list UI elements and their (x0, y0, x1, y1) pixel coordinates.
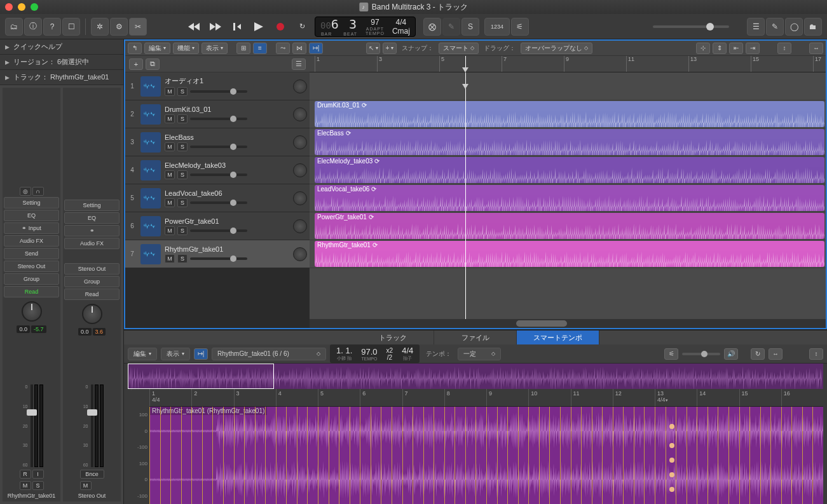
vzoom-slider-icon[interactable]: ↕ (809, 348, 823, 360)
lcd-display[interactable]: 006 3 BARBEAT 97 ADAPT TEMPO 4/4 Cmaj (315, 17, 416, 37)
track-pan-knob[interactable] (293, 79, 307, 93)
track-icon[interactable] (140, 160, 161, 180)
toolbar-button[interactable]: ☐ (62, 18, 80, 36)
automation-icon[interactable]: ⤳ (276, 43, 290, 54)
mixer-button[interactable]: ⚙ (110, 18, 128, 36)
record-enable-button[interactable]: R (20, 470, 31, 479)
fullscreen-window-icon[interactable] (31, 3, 38, 11)
hzoom-out-icon[interactable]: ⇤ (729, 43, 743, 54)
tab-track[interactable]: トラック (352, 330, 434, 344)
tab-smart-tempo[interactable]: スマートテンポ (517, 330, 599, 344)
mute-button[interactable]: M (80, 481, 92, 490)
duplicate-track-button[interactable]: ⧉ (146, 58, 160, 70)
automation-slot[interactable]: Read (64, 289, 120, 300)
track-volume-slider[interactable] (190, 146, 247, 148)
list-editors-button[interactable]: ☰ (747, 18, 765, 36)
add-track-button[interactable]: + (129, 58, 143, 70)
editor-view-menu[interactable]: 表示▾ (161, 348, 190, 360)
track-volume-slider[interactable] (190, 201, 247, 204)
solo-button[interactable]: S (177, 87, 188, 96)
playhead[interactable] (465, 56, 466, 72)
global-tracks-button[interactable]: ☰ (292, 58, 306, 70)
solo-button[interactable]: S (461, 18, 479, 36)
region-lane[interactable]: DrumKit.03_01 ⟳ (310, 100, 826, 128)
region-lane[interactable]: LeadVocal_take06 ⟳ (310, 184, 826, 212)
mute-button[interactable]: M (165, 198, 175, 207)
audiofx-slot[interactable]: Audio FX (64, 238, 120, 249)
setting-slot[interactable]: Setting (4, 197, 59, 208)
eq-slot[interactable]: EQ (64, 212, 120, 224)
quickhelp-button[interactable]: ? (43, 18, 61, 36)
editor-file-select[interactable]: RhythmGtr_take01 (6 / 6)◇ (212, 348, 326, 360)
view-menu[interactable]: 表示▾ (202, 43, 228, 54)
region-inspector-header[interactable]: ▶リージョン： 6個選択中 (0, 55, 123, 70)
waveform-zoom-icon[interactable]: ⊹ (696, 43, 710, 54)
replace-button[interactable]: ⨂ (423, 18, 441, 36)
overview-selection[interactable] (128, 364, 274, 389)
track-icon[interactable] (140, 132, 161, 153)
list-icon[interactable]: ≡ (253, 43, 267, 54)
mute-button[interactable]: M (165, 87, 175, 96)
back-icon[interactable]: ↰ (128, 43, 142, 54)
countin-button[interactable]: 1234 (484, 18, 510, 36)
mute-button[interactable]: M (165, 114, 175, 123)
catch-icon[interactable]: ↦| (309, 43, 323, 54)
editor-lcd[interactable]: 1. 1.小節 拍 97.0TEMPO x2/2 4/4拍子 (330, 344, 420, 363)
region-lane[interactable]: ElecBass ⟳ (310, 128, 826, 156)
output-slot[interactable]: Stereo Out (64, 263, 120, 275)
track-pan-knob[interactable] (293, 191, 307, 205)
track-icon[interactable] (140, 216, 161, 236)
edit-menu[interactable]: 編集▾ (144, 43, 170, 54)
rewind-button[interactable] (184, 18, 204, 36)
input-slot[interactable]: ⚭ Input (4, 222, 59, 234)
solo-button[interactable]: S (177, 198, 188, 207)
track-pan-knob[interactable] (293, 107, 307, 121)
library-button[interactable]: 🗂 (5, 18, 23, 36)
h-scrollbar[interactable] (310, 319, 826, 328)
solo-button[interactable]: S (32, 481, 44, 490)
mute-button[interactable]: M (20, 481, 31, 490)
play-button[interactable] (249, 18, 269, 36)
notepad-button[interactable]: ✎ (766, 18, 784, 36)
grid-icon[interactable]: ⊞ (236, 43, 250, 54)
eq-slot[interactable]: EQ (4, 210, 59, 221)
record-button[interactable] (270, 18, 290, 36)
track-inspector-header[interactable]: ▶トラック： RhythmGtr_take01 (0, 70, 123, 85)
automation-slot[interactable]: Read (4, 286, 59, 297)
group-slot[interactable]: Group (4, 273, 59, 285)
track-pan-knob[interactable] (293, 135, 307, 149)
mute-button[interactable]: M (165, 226, 175, 235)
pointer-tool-icon[interactable]: ↖▾ (366, 43, 380, 54)
input-button[interactable]: I (32, 470, 44, 479)
track-header[interactable]: 4 ElecMelody_take03 M S (125, 156, 310, 184)
solo-button[interactable]: S (177, 142, 188, 151)
region-lane-area[interactable]: DrumKit.03_01 ⟳ ElecBass ⟳ ElecMelody_ta… (310, 72, 826, 319)
track-pan-knob[interactable] (293, 219, 307, 233)
group-slot[interactable]: Group (64, 276, 120, 287)
audio-region[interactable]: LeadVocal_take06 ⟳ (315, 185, 824, 211)
track-icon[interactable] (140, 244, 161, 264)
volume-fader[interactable] (31, 385, 33, 467)
audio-region[interactable]: ElecBass ⟳ (315, 129, 824, 155)
quick-help-header[interactable]: ▶クイックヘルプ (0, 39, 123, 55)
track-header[interactable]: 5 LeadVocal_take06 M S (125, 184, 310, 212)
region-lane[interactable] (310, 72, 826, 100)
track-volume-slider[interactable] (190, 118, 247, 120)
arrange-grid[interactable]: 1357911131517 DrumKit.03_01 ⟳ ElecBass ⟳… (310, 56, 826, 328)
track-header[interactable]: 3 ElecBass M S (125, 128, 310, 156)
track-header[interactable]: 1 オーディオ1 M S (125, 72, 310, 100)
track-volume-slider[interactable] (190, 174, 247, 176)
forward-button[interactable] (205, 18, 226, 36)
link-slot[interactable]: ⚭ (64, 225, 120, 236)
setting-slot[interactable]: Setting (64, 200, 120, 211)
flex-icon[interactable]: ⋈ (292, 43, 306, 54)
solo-button[interactable]: S (177, 114, 188, 123)
pan-knob[interactable] (22, 301, 42, 322)
tempo-mode-menu[interactable]: 一定◇ (458, 348, 501, 360)
track-pan-knob[interactable] (293, 247, 307, 261)
editor-ruler[interactable]: 14/423456789101112134/4▾141516 (149, 389, 823, 407)
volume-fader[interactable] (91, 385, 93, 467)
track-header[interactable]: 6 PowerGtr_take01 M S (125, 212, 310, 240)
pan-knob[interactable] (82, 304, 102, 324)
output-slot[interactable]: Stereo Out (4, 261, 59, 272)
